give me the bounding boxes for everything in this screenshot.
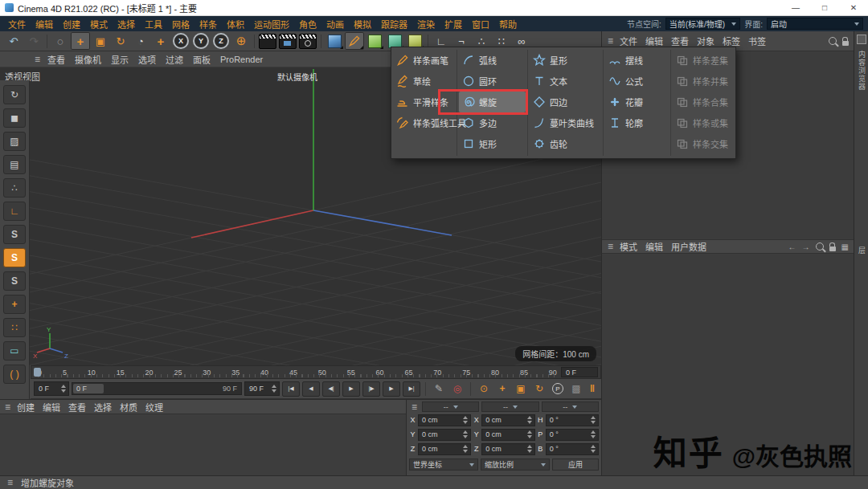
- record-rotation-button[interactable]: ↻: [531, 382, 547, 396]
- frame-range-slider[interactable]: 0 F 90 F: [72, 382, 242, 395]
- menu-render[interactable]: 渲染: [412, 18, 440, 31]
- solo-single-button[interactable]: S: [3, 248, 26, 267]
- record-parameter-button[interactable]: P: [550, 382, 566, 396]
- spline-smooth-item[interactable]: 平滑样条: [393, 92, 455, 112]
- record-position-button[interactable]: +: [494, 382, 510, 396]
- rotation-p-field[interactable]: 0 °: [546, 429, 599, 441]
- record-keyframe-button[interactable]: ✎: [431, 382, 447, 396]
- node-space-select[interactable]: 当前(标准/物理): [665, 18, 740, 30]
- spline-or-item[interactable]: 样条或集: [673, 112, 734, 133]
- search-icon[interactable]: [829, 37, 837, 45]
- tab-content-browser[interactable]: 内容浏览器: [857, 51, 867, 91]
- prev-frame-button[interactable]: ◀|: [322, 381, 340, 397]
- menu-tracker[interactable]: 跟踪器: [376, 18, 412, 31]
- nside-item[interactable]: 多边: [459, 112, 526, 133]
- back-icon[interactable]: ←: [788, 242, 796, 251]
- camera-name-label[interactable]: 默认摄像机: [241, 71, 354, 83]
- prev-key-button[interactable]: ◀: [302, 381, 320, 397]
- live-selection-button[interactable]: ◌: [51, 32, 70, 50]
- om-menu-view[interactable]: 查看: [667, 35, 693, 47]
- size-y-field[interactable]: 0 cm: [481, 429, 534, 441]
- spline-intersect-item[interactable]: 样条交集: [673, 133, 734, 154]
- workplane-button[interactable]: ▭: [3, 341, 26, 361]
- mm-menu-material[interactable]: 材质: [116, 401, 141, 414]
- vp-menu-options[interactable]: 选项: [133, 53, 161, 66]
- make-editable-button[interactable]: ↻: [3, 85, 26, 104]
- position-x-field[interactable]: 0 cm: [418, 414, 471, 426]
- range-slider-thumb[interactable]: 0 F: [73, 384, 104, 393]
- profile-item[interactable]: 轮廓: [605, 112, 669, 133]
- text-item[interactable]: 文本: [530, 71, 601, 92]
- mm-menu-edit[interactable]: 编辑: [39, 401, 64, 414]
- cogwheel-item[interactable]: 齿轮: [530, 133, 601, 154]
- fourside-item[interactable]: 四边: [530, 92, 601, 112]
- render-view-button[interactable]: [258, 32, 277, 50]
- om-menu-file[interactable]: 文件: [616, 35, 641, 47]
- menu-create[interactable]: 创建: [58, 18, 85, 31]
- snap-toggle-button[interactable]: ∷: [3, 318, 26, 337]
- size-z-field[interactable]: 0 cm: [481, 443, 534, 455]
- formula-item[interactable]: 公式: [605, 71, 669, 92]
- vp-menu-view[interactable]: 查看: [43, 53, 70, 66]
- spline-pen-item[interactable]: 样条画笔: [393, 50, 455, 71]
- am-menu-userdata[interactable]: 用户数据: [667, 240, 710, 253]
- rotation-b-field[interactable]: 0 °: [546, 443, 599, 455]
- lock-icon[interactable]: [829, 247, 836, 251]
- star-item[interactable]: 星形: [530, 50, 601, 71]
- menu-simulate[interactable]: 模拟: [349, 18, 376, 31]
- menu-mesh[interactable]: 网格: [167, 18, 194, 31]
- menu-window[interactable]: 窗口: [467, 18, 494, 31]
- panel-menu-icon[interactable]: ≡: [605, 35, 616, 47]
- forward-icon[interactable]: →: [802, 242, 810, 251]
- current-frame-field[interactable]: 0 F: [34, 381, 69, 396]
- mm-menu-select[interactable]: 选择: [90, 401, 116, 414]
- record-pla-button[interactable]: ▩: [568, 382, 584, 396]
- mm-menu-texture[interactable]: 纹理: [141, 401, 167, 414]
- lock-icon[interactable]: [842, 41, 849, 46]
- last-tool-button[interactable]: ◔: [131, 32, 150, 50]
- sketch-item[interactable]: 草绘: [393, 71, 455, 92]
- size-header-select[interactable]: --: [481, 401, 538, 412]
- goto-end-button[interactable]: ▶|: [403, 381, 420, 397]
- render-picture-viewer-button[interactable]: [278, 32, 297, 50]
- move-tool-button[interactable]: +: [71, 32, 90, 50]
- tab-layers[interactable]: 层: [857, 247, 867, 255]
- recent-tool-button[interactable]: +: [151, 32, 170, 50]
- spinner-icon[interactable]: [272, 385, 276, 393]
- size-mode-select[interactable]: 缩放比例: [481, 458, 550, 471]
- menu-mode[interactable]: 模式: [85, 18, 113, 31]
- undo-button[interactable]: ↶: [4, 32, 23, 50]
- am-menu-mode[interactable]: 模式: [616, 240, 641, 253]
- circle-item[interactable]: 圆环: [459, 71, 526, 92]
- edges-mode-button[interactable]: ∟: [3, 202, 26, 221]
- workplane-mode-button[interactable]: ▤: [3, 155, 26, 174]
- panel-menu-icon[interactable]: ≡: [2, 401, 13, 413]
- add-cube-button[interactable]: [325, 32, 344, 50]
- lock-z-axis-button[interactable]: Z: [213, 33, 229, 49]
- menu-character[interactable]: 角色: [294, 18, 321, 31]
- render-settings-button[interactable]: [298, 32, 317, 50]
- points-mode-button[interactable]: ∴: [3, 178, 26, 198]
- menu-extensions[interactable]: 扩展: [440, 18, 467, 31]
- mm-menu-create[interactable]: 创建: [13, 401, 39, 414]
- spinner-icon[interactable]: [61, 385, 66, 393]
- flower-item[interactable]: 花瓣: [605, 92, 669, 112]
- menu-file[interactable]: 文件: [3, 18, 31, 31]
- apply-button[interactable]: 应用: [552, 458, 599, 471]
- rotate-tool-button[interactable]: ↻: [111, 32, 130, 50]
- keyframe-selection-button[interactable]: ⊙: [476, 382, 492, 396]
- quantize-toggle-button[interactable]: ( ): [3, 365, 26, 384]
- play-button[interactable]: ▶: [342, 381, 360, 397]
- solo-off-button[interactable]: S: [3, 225, 26, 244]
- record-scale-button[interactable]: ▣: [513, 382, 529, 396]
- position-y-field[interactable]: 0 cm: [418, 429, 471, 441]
- solo-hierarchy-button[interactable]: S: [3, 271, 26, 291]
- model-mode-button[interactable]: ◼: [3, 108, 26, 128]
- position-z-field[interactable]: 0 cm: [418, 443, 471, 455]
- next-key-button[interactable]: ▶: [383, 381, 400, 397]
- current-frame-box[interactable]: 0 F: [561, 367, 598, 377]
- vp-menu-cameras[interactable]: 摄像机: [70, 53, 106, 66]
- om-menu-bookmarks[interactable]: 书签: [744, 35, 770, 47]
- coordinate-system-button[interactable]: ⊕: [231, 32, 251, 50]
- spline-difference-item[interactable]: 样条差集: [673, 50, 734, 71]
